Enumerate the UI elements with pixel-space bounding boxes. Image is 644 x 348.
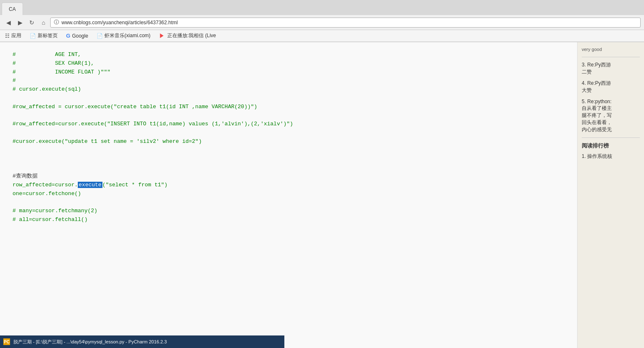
taskbar: PC 脱产三期 - [E:\脱产三期] - ...\day54\pymysql_… (0, 335, 284, 348)
bookmark-google[interactable]: G Google (64, 32, 90, 40)
google-label: Google (72, 33, 88, 39)
sidebar-divider-1 (582, 57, 640, 57)
page-icon: 📄 (30, 33, 36, 39)
code-line-fetchall: # all=cursor.fetchall() (13, 216, 565, 224)
apps-icon: ☷ (5, 33, 10, 39)
xiami-icon: 📄 (97, 33, 103, 39)
url-text: www.cnblogs.com/yuanchenqi/articles/6437… (61, 20, 178, 25)
active-tab[interactable]: CA (2, 3, 23, 15)
sidebar-item-5-label: 5. Re:python:自从看了楼主腿不疼了，写回头在看看，内心的感受无 (582, 99, 612, 132)
back-button[interactable]: ◀ (3, 18, 13, 28)
nav-bar: ◀ ▶ ↻ ⌂ ⓘ www.cnblogs.com/yuanchenqi/art… (0, 15, 644, 30)
article-content: # AGE INT, # SEX CHAR(1), # INCOME FLOAT… (0, 42, 577, 348)
google-icon: G (66, 33, 70, 39)
forward-button[interactable]: ▶ (15, 18, 25, 28)
code-line-3: # INCOME FLOAT )""" (13, 68, 565, 77)
bookmarks-bar: ☷ 应用 📄 新标签页 G Google 📄 虾米音乐(xiami.com) 正… (0, 30, 644, 42)
reading-rank-item-1[interactable]: 1. 操作系统核 (582, 153, 640, 160)
code-line-2: # SEX CHAR(1), (13, 59, 565, 68)
bookmark-xiami[interactable]: 📄 虾米音乐(xiami.com) (95, 31, 152, 40)
tab-bar: CA (0, 0, 644, 15)
code-line-highlighted: row_affected=cursor.execute("select * fr… (13, 181, 565, 190)
code-line-fetchone: one=cursor.fetchone() (13, 190, 565, 198)
code-line-13 (13, 155, 565, 164)
code-block: # AGE INT, # SEX CHAR(1), # INCOME FLOAT… (13, 51, 565, 224)
code-line-12 (13, 146, 565, 155)
code-line-5: # cursor.execute(sql) (13, 85, 565, 94)
address-bar[interactable]: ⓘ www.cnblogs.com/yuanchenqi/articles/64… (50, 18, 641, 28)
taskbar-icon: PC (3, 338, 10, 345)
sidebar-item-4-label: 4. Re:Py西游大赞 (582, 80, 611, 93)
newtab-label: 新标签页 (38, 32, 58, 39)
code-line-6 (13, 94, 565, 103)
sidebar-item-4[interactable]: 4. Re:Py西游大赞 (582, 80, 640, 94)
tab-label: CA (9, 6, 16, 12)
code-line-8 (13, 112, 565, 120)
play-icon (159, 33, 165, 39)
info-icon: ⓘ (54, 19, 59, 26)
code-line-blank (13, 198, 565, 207)
xiami-label: 虾米音乐(xiami.com) (105, 32, 151, 39)
code-line-14 (13, 163, 565, 172)
code-line-fetchmany: # many=cursor.fetchmany(2) (13, 207, 565, 216)
reload-button[interactable]: ↻ (27, 18, 37, 28)
code-line-4: # (13, 76, 565, 85)
code-line-10 (13, 129, 565, 137)
code-line-9: #row_affected=cursor.execute("INSERT INT… (13, 120, 565, 129)
code-line-7: #row_affected = cursor.execute("create t… (13, 103, 565, 112)
main-layout: # AGE INT, # SEX CHAR(1), # INCOME FLOAT… (0, 42, 644, 348)
taskbar-icon-label: PC (4, 340, 10, 344)
bookmark-newtab[interactable]: 📄 新标签页 (28, 31, 59, 40)
bookmark-music[interactable]: 正在播放:我相信 (Live (157, 31, 218, 40)
sidebar-item-5[interactable]: 5. Re:python:自从看了楼主腿不疼了，写回头在看看，内心的感受无 (582, 98, 640, 133)
home-button[interactable]: ⌂ (38, 18, 49, 28)
reading-rank-item-1-label: 1. 操作系统核 (582, 153, 612, 159)
music-label: 正在播放:我相信 (Live (167, 32, 216, 39)
sidebar: very good 3. Re:Py西游二赞 4. Re:Py西游大赞 5. R… (577, 42, 644, 348)
taskbar-label: 脱产三期 - [E:\脱产三期] - ...\day54\pymysql_les… (13, 339, 167, 345)
highlighted-execute: execute (78, 182, 102, 188)
browser-chrome: CA ◀ ▶ ↻ ⌂ ⓘ www.cnblogs.com/yuanchenqi/… (0, 0, 644, 42)
reading-rank-title: 阅读排行榜 (582, 142, 640, 150)
apps-label: 应用 (11, 32, 21, 39)
code-line-1: # AGE INT, (13, 51, 565, 59)
code-line-11: #cursor.execute("update t1 set name = 's… (13, 137, 565, 146)
sidebar-item-3-label: 3. Re:Py西游二赞 (582, 62, 611, 75)
section-heading: #查询数据 (13, 172, 565, 181)
sidebar-item-3[interactable]: 3. Re:Py西游二赞 (582, 61, 640, 76)
sidebar-divider-2 (582, 137, 640, 138)
sidebar-item-verygood: very good (582, 46, 640, 53)
bookmark-apps[interactable]: ☷ 应用 (3, 31, 23, 40)
